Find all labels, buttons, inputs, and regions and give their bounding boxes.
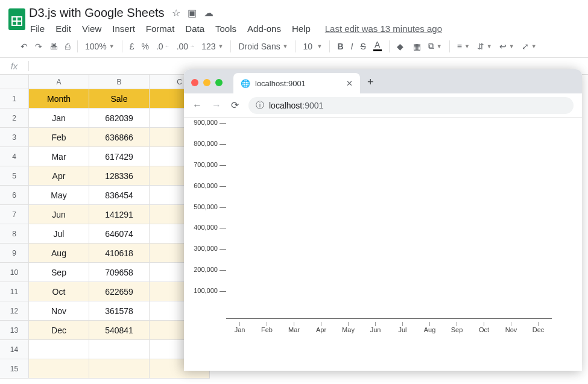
percent-button[interactable]: % <box>139 39 151 54</box>
y-tick-label: 800,000 <box>194 140 226 147</box>
y-tick-label: 100,000 <box>194 287 226 294</box>
star-icon[interactable]: ☆ <box>172 7 180 19</box>
cell[interactable]: Sale <box>89 89 150 109</box>
menu-view[interactable]: View <box>82 24 101 34</box>
cloud-icon[interactable]: ☁ <box>204 7 213 19</box>
row-header[interactable]: 6 <box>0 186 29 205</box>
cell[interactable]: Mar <box>29 147 89 166</box>
maximize-window-icon[interactable] <box>215 79 223 86</box>
x-tick-label: Aug <box>416 319 443 335</box>
cell[interactable] <box>29 340 89 359</box>
borders-button[interactable]: ▦ <box>411 39 423 54</box>
doc-title[interactable]: D3.js with Google Sheets <box>29 6 165 20</box>
halign-button[interactable]: ≡▼ <box>455 39 472 54</box>
cell[interactable] <box>29 359 89 379</box>
row-header[interactable]: 11 <box>0 282 29 301</box>
bold-button[interactable]: B <box>335 39 346 54</box>
cell[interactable] <box>89 340 150 359</box>
site-info-icon[interactable]: ⓘ <box>256 100 264 111</box>
cell[interactable]: 617429 <box>89 147 150 166</box>
row-header[interactable]: 2 <box>0 109 29 128</box>
cell[interactable]: Dec <box>29 321 89 340</box>
new-tab-button[interactable]: + <box>367 76 374 89</box>
menu-edit[interactable]: Edit <box>55 24 71 34</box>
row-header[interactable]: 5 <box>0 166 29 186</box>
cell[interactable]: 682039 <box>89 109 150 128</box>
currency-button[interactable]: £ <box>127 39 137 54</box>
row-header[interactable]: 14 <box>0 340 29 359</box>
cell[interactable]: 622659 <box>89 282 150 301</box>
address-bar[interactable]: ⓘ localhost:9001 <box>248 97 574 114</box>
row-header[interactable]: 8 <box>0 224 29 244</box>
valign-button[interactable]: ⇵▼ <box>475 39 495 54</box>
menu-addons[interactable]: Add-ons <box>247 24 281 34</box>
rotate-button[interactable]: ⤢▼ <box>519 39 539 54</box>
row-header[interactable]: 10 <box>0 263 29 282</box>
menu-help[interactable]: Help <box>292 24 311 34</box>
dec-decrease-button[interactable]: .0← <box>154 39 172 54</box>
x-axis: JanFebMarAprMayJunJulAugSepOctNovDec <box>226 319 552 335</box>
menu-format[interactable]: Format <box>146 24 175 34</box>
menu-tools[interactable]: Tools <box>215 24 236 34</box>
cell[interactable]: 128336 <box>89 166 150 186</box>
cell[interactable]: 141291 <box>89 205 150 224</box>
cell[interactable]: Nov <box>29 301 89 321</box>
merge-button[interactable]: ⧉▼ <box>426 39 444 54</box>
menu-file[interactable]: File <box>30 24 45 34</box>
minimize-window-icon[interactable] <box>203 79 210 86</box>
move-icon[interactable]: ▣ <box>188 7 197 19</box>
cell[interactable]: 636866 <box>89 128 150 147</box>
text-color-button[interactable]: A <box>371 39 384 54</box>
close-tab-icon[interactable]: ✕ <box>346 79 353 88</box>
row-header[interactable]: 4 <box>0 147 29 166</box>
menu-data[interactable]: Data <box>185 24 204 34</box>
font-select[interactable]: Droid Sans▼ <box>236 39 290 54</box>
last-edit-info[interactable]: Last edit was 13 minutes ago <box>325 24 442 34</box>
cell[interactable]: 540841 <box>89 321 150 340</box>
menu-insert[interactable]: Insert <box>112 24 135 34</box>
forward-icon[interactable]: → <box>212 100 221 111</box>
cell[interactable]: May <box>29 186 89 205</box>
zoom-select[interactable]: 100%▼ <box>83 39 117 54</box>
row-header[interactable]: 1 <box>0 89 29 109</box>
row-header[interactable]: 9 <box>0 244 29 263</box>
cell[interactable]: 646074 <box>89 224 150 244</box>
undo-icon[interactable]: ↶ <box>18 39 30 54</box>
italic-button[interactable]: I <box>349 39 356 54</box>
row-header[interactable]: 3 <box>0 128 29 147</box>
cell[interactable]: 410618 <box>89 244 150 263</box>
cell[interactable]: Feb <box>29 128 89 147</box>
reload-icon[interactable]: ⟳ <box>231 99 239 111</box>
back-icon[interactable]: ← <box>192 100 202 111</box>
row-header[interactable]: 12 <box>0 301 29 321</box>
cell[interactable]: Jan <box>29 109 89 128</box>
sheets-logo[interactable] <box>5 5 29 34</box>
cell[interactable]: 361578 <box>89 301 150 321</box>
number-format-select[interactable]: 123▼ <box>199 39 226 54</box>
cell[interactable]: Jun <box>29 205 89 224</box>
cell[interactable]: Oct <box>29 282 89 301</box>
row-header[interactable]: 15 <box>0 359 29 379</box>
strike-button[interactable]: S <box>358 39 368 54</box>
fill-color-button[interactable]: ◆ <box>394 39 408 54</box>
cell[interactable]: 836454 <box>89 186 150 205</box>
row-header[interactable]: 7 <box>0 205 29 224</box>
font-size-select[interactable]: 10▼ <box>300 39 324 54</box>
close-window-icon[interactable] <box>191 79 198 86</box>
cell[interactable]: Apr <box>29 166 89 186</box>
cell[interactable]: Aug <box>29 244 89 263</box>
cell[interactable]: Sep <box>29 263 89 282</box>
dec-increase-button[interactable]: .00→ <box>174 39 197 54</box>
column-header[interactable]: B <box>89 75 150 89</box>
cell[interactable]: Jul <box>29 224 89 244</box>
print-icon[interactable]: 🖶 <box>47 39 60 54</box>
redo-icon[interactable]: ↷ <box>33 39 45 54</box>
wrap-button[interactable]: ↩▼ <box>497 39 517 54</box>
row-header[interactable]: 13 <box>0 321 29 340</box>
paint-format-icon[interactable]: ⎙ <box>63 39 72 54</box>
browser-tab[interactable]: 🌐 localhost:9001 ✕ <box>233 73 360 93</box>
cell[interactable]: Month <box>29 89 89 109</box>
column-header[interactable]: A <box>29 75 89 89</box>
cell[interactable] <box>89 359 150 379</box>
cell[interactable]: 709658 <box>89 263 150 282</box>
